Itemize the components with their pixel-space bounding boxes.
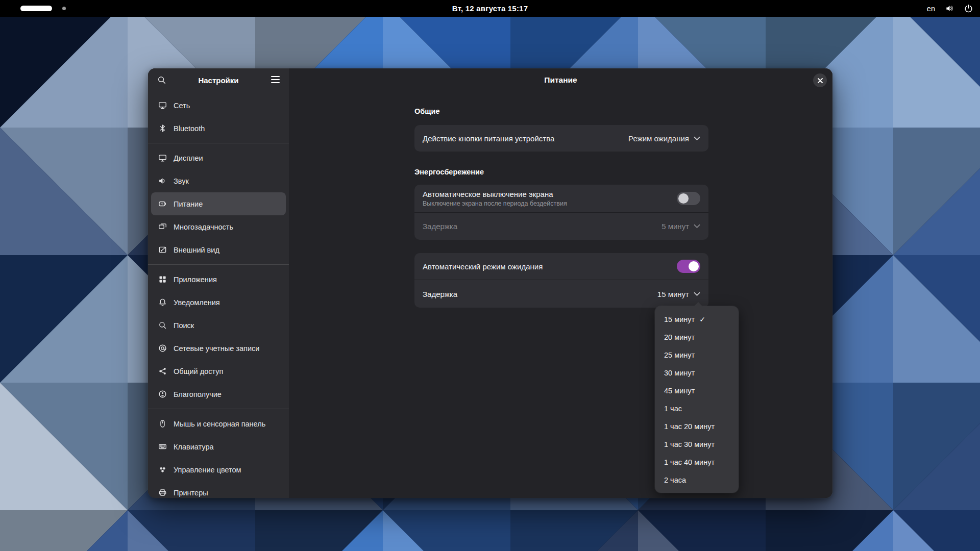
dropdown-option[interactable]: 25 минут [655,346,739,364]
sidebar-item-printers[interactable]: Принтеры [151,481,286,498]
section-heading-saving: Энергосбережение [414,168,708,176]
auto-suspend-row[interactable]: Автоматический режим ожидания [414,253,708,280]
combo-value: Режим ожидания [628,134,689,143]
delay-dropdown-menu: 15 минут✓20 минут25 минут30 минут45 мину… [655,306,739,493]
dropdown-option-label: 1 час 30 минут [664,440,715,448]
network-icon [158,101,167,110]
screen-blank-switch[interactable] [677,192,700,205]
sidebar-item-appearance[interactable]: Внешний вид [151,238,286,261]
dropdown-option[interactable]: 45 минут [655,382,739,399]
screen-blank-row[interactable]: Автоматическое выключение экрана Выключе… [414,185,708,212]
dropdown-option-label: 30 минут [664,369,695,377]
chevron-down-icon [694,136,700,141]
displays-icon [158,154,167,162]
settings-sidebar: Настройки СетьBluetoothДисплеиЗвукПитани… [148,68,289,498]
general-card: Действие кнопки питания устройства Режим… [414,125,708,152]
sidebar-item-network[interactable]: Сеть [151,94,286,117]
top-bar: Вт, 12 августа 15:17 en [0,0,980,17]
sidebar-item-sharing[interactable]: Общий доступ [151,360,286,383]
dropdown-option-label: 20 минут [664,333,695,341]
clock[interactable]: Вт, 12 августа 15:17 [0,4,980,13]
sidebar-item-displays[interactable]: Дисплеи [151,146,286,169]
sidebar-divider [148,143,289,143]
bluetooth-icon [158,124,167,133]
settings-window: Настройки СетьBluetoothДисплеиЗвукПитани… [148,68,832,498]
dropdown-option-label: 2 часа [664,476,686,484]
row-title: Действие кнопки питания устройства [423,134,628,143]
screen-blank-card: Автоматическое выключение экрана Выключе… [414,185,708,240]
row-title: Задержка [423,222,662,231]
sidebar-item-mouse[interactable]: Мышь и сенсорная панель [151,412,286,435]
sidebar-item-label: Сеть [174,102,190,110]
sidebar-item-notifications[interactable]: Уведомления [151,291,286,314]
dropdown-option[interactable]: 1 час 30 минут [655,435,739,453]
keyboard-layout-indicator[interactable]: en [927,5,935,13]
power-button-action-combo[interactable]: Режим ожидания [628,134,700,143]
panel-content: Общие Действие кнопки питания устройства… [289,92,832,498]
sidebar-divider [148,409,289,409]
sidebar-divider [148,264,289,265]
sidebar-item-apps[interactable]: Приложения [151,268,286,291]
suspend-delay-row[interactable]: Задержка 15 минут [414,280,708,308]
blank-delay-combo: 5 минут [662,222,700,231]
sidebar-item-label: Приложения [174,276,217,284]
dropdown-option-label: 25 минут [664,351,695,359]
sidebar-nav: СетьBluetoothДисплеиЗвукПитаниеМногозада… [148,94,289,498]
sidebar-item-label: Клавиатура [174,443,214,451]
dropdown-option-label: 1 час 20 минут [664,422,715,431]
sidebar-item-label: Благополучие [174,390,222,398]
sidebar-item-label: Принтеры [174,489,208,497]
sidebar-item-label: Общий доступ [174,367,223,375]
dropdown-option[interactable]: 1 час 20 минут [655,417,739,435]
dropdown-option[interactable]: 30 минут [655,364,739,382]
menu-icon[interactable] [271,76,280,83]
color-icon [158,465,167,474]
sidebar-item-label: Сетевые учетные записи [174,344,259,353]
chevron-down-icon [694,224,700,229]
dropdown-option[interactable]: 15 минут✓ [655,310,739,328]
sound-icon [158,177,167,185]
notifications-icon [158,298,167,307]
blank-delay-row: Задержка 5 минут [414,212,708,240]
auto-suspend-switch[interactable] [677,260,700,273]
sidebar-item-multitasking[interactable]: Многозадачность [151,215,286,238]
volume-icon[interactable] [945,4,954,13]
sidebar-item-sound[interactable]: Звук [151,169,286,192]
row-title: Задержка [423,290,657,298]
dropdown-option[interactable]: 20 минут [655,328,739,346]
power-icon [158,199,167,208]
sidebar-item-label: Управление цветом [174,466,241,474]
close-button[interactable] [813,73,827,87]
wellbeing-icon [158,390,167,398]
dropdown-option[interactable]: 2 часа [655,471,739,489]
sidebar-item-wellbeing[interactable]: Благополучие [151,383,286,406]
check-icon: ✓ [699,315,705,323]
sidebar-item-bluetooth[interactable]: Bluetooth [151,117,286,140]
section-heading-general: Общие [414,107,708,115]
sidebar-item-power[interactable]: Питание [151,192,286,215]
sidebar-title: Настройки [148,76,289,85]
sidebar-item-label: Питание [174,200,203,208]
popover-tail [694,302,703,307]
sidebar-item-online-accounts[interactable]: Сетевые учетные записи [151,337,286,360]
sidebar-item-search[interactable]: Поиск [151,314,286,337]
row-title: Автоматический режим ожидания [423,262,677,271]
printers-icon [158,488,167,497]
sidebar-item-label: Дисплеи [174,154,203,162]
online-accounts-icon [158,344,167,353]
power-icon[interactable] [964,4,973,13]
system-status-area[interactable]: en [927,0,973,17]
suspend-delay-combo[interactable]: 15 минут [657,290,700,298]
auto-suspend-card: Автоматический режим ожидания Задержка 1… [414,253,708,308]
sidebar-item-label: Мышь и сенсорная панель [174,420,265,428]
combo-value: 15 минут [657,290,689,298]
power-button-action-row[interactable]: Действие кнопки питания устройства Режим… [414,125,708,152]
sidebar-item-label: Поиск [174,321,194,330]
panel-title: Питание [289,68,832,92]
dropdown-option-label: 45 минут [664,387,695,395]
sidebar-item-color[interactable]: Управление цветом [151,458,286,481]
dropdown-option[interactable]: 1 час [655,399,739,417]
sidebar-item-label: Внешний вид [174,246,219,254]
dropdown-option[interactable]: 1 час 40 минут [655,453,739,471]
sidebar-item-keyboard[interactable]: Клавиатура [151,435,286,458]
